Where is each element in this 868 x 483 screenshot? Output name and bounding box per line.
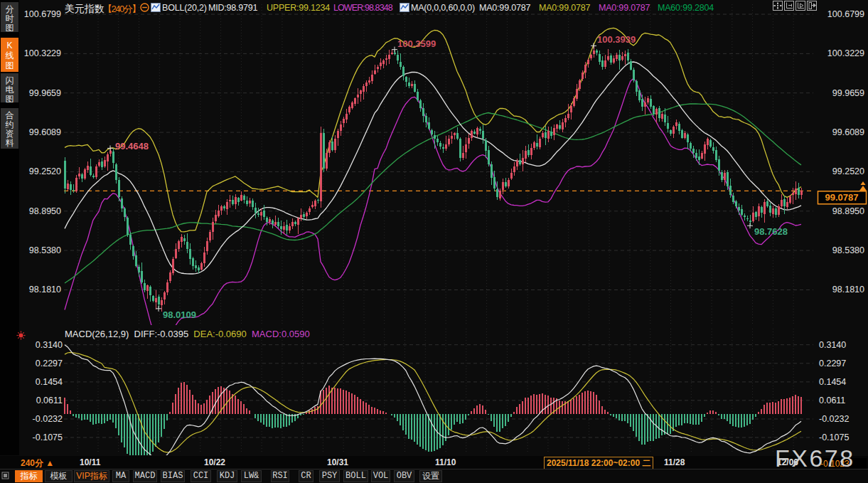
svg-text:0.1454: 0.1454 <box>819 377 846 387</box>
svg-text:99.6089: 99.6089 <box>832 127 864 137</box>
svg-text:100.3229: 100.3229 <box>24 48 61 58</box>
svg-text:98.8950: 98.8950 <box>29 206 61 216</box>
svg-text:0.3140: 0.3140 <box>36 340 63 350</box>
svg-text:99.6089: 99.6089 <box>29 127 61 137</box>
svg-text:0.2297: 0.2297 <box>36 359 63 368</box>
svg-text:99.9659: 99.9659 <box>832 88 864 98</box>
svg-text:0.2297: 0.2297 <box>819 359 846 368</box>
svg-text:99.0787: 99.0787 <box>825 192 859 203</box>
svg-text:98.1810: 98.1810 <box>29 285 61 294</box>
svg-text:98.0109: 98.0109 <box>163 309 196 320</box>
svg-text:98.5380: 98.5380 <box>29 245 61 255</box>
svg-text:98.1810: 98.1810 <box>832 285 864 294</box>
svg-text:-0.0232: -0.0232 <box>33 414 63 424</box>
svg-text:100.3599: 100.3599 <box>397 38 436 49</box>
svg-text:-0.1075: -0.1075 <box>819 432 849 442</box>
svg-text:99.2520: 99.2520 <box>832 166 864 176</box>
svg-text:98.8950: 98.8950 <box>832 206 864 216</box>
svg-text:100.6799: 100.6799 <box>24 9 61 19</box>
svg-text:0.3140: 0.3140 <box>819 340 846 350</box>
svg-text:99.4648: 99.4648 <box>115 141 149 152</box>
svg-text:0.0611: 0.0611 <box>819 396 845 405</box>
svg-text:100.3229: 100.3229 <box>827 48 864 58</box>
svg-text:-0.0232: -0.0232 <box>819 414 849 424</box>
svg-text:0.1454: 0.1454 <box>36 377 63 387</box>
svg-text:99.9659: 99.9659 <box>29 88 61 98</box>
svg-text:99.2520: 99.2520 <box>29 166 61 176</box>
svg-text:100.3939: 100.3939 <box>597 34 636 45</box>
svg-text:-0.1075: -0.1075 <box>33 432 63 442</box>
svg-text:98.5380: 98.5380 <box>832 245 864 255</box>
svg-text:98.7628: 98.7628 <box>754 226 788 237</box>
svg-text:0.0611: 0.0611 <box>36 396 63 405</box>
